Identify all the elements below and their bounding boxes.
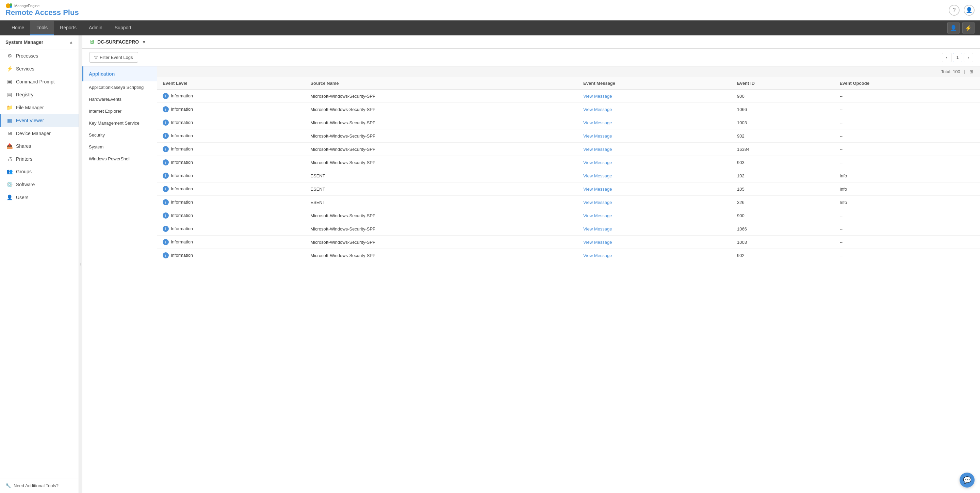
cell-id: 1066 [732,103,834,116]
view-message-link[interactable]: View Message [583,200,612,205]
category-key-management-service[interactable]: Key Management Service [82,117,157,129]
nav-bar: Home Tools Reports Admin Support 👤 ⚡ [0,21,980,35]
table-row: iInformation Microsoft-Windows-Security-… [157,222,980,236]
view-message-link[interactable]: View Message [583,240,612,245]
brand-main: Remote Access Plus [5,8,79,17]
cell-id: 900 [732,209,834,222]
device-dropdown-icon[interactable]: ▼ [142,39,146,45]
content-area: 🖥 DC-SURFACEPRO ▼ ▽ Filter Event Logs ‹ … [82,35,980,493]
nav-tools[interactable]: Tools [30,21,54,35]
sidebar-item-users[interactable]: 👤 Users [0,191,79,204]
event-viewer-area: Application ApplicationKaseya Scripting … [82,66,980,493]
category-kaseya-scripting[interactable]: ApplicationKaseya Scripting [82,81,157,93]
resize-handle[interactable]: ⋮ [79,35,82,493]
view-message-link[interactable]: View Message [583,173,612,179]
sidebar-item-file-manager[interactable]: 📁 File Manager [0,101,79,114]
cell-id: 105 [732,182,834,196]
sidebar-item-software[interactable]: 💿 Software [0,178,79,191]
cell-message: View Message [578,89,732,103]
nav-user-icon-button[interactable]: 👤 [947,22,959,34]
nav-home[interactable]: Home [5,21,30,35]
header-icons: ? 👤 [949,5,975,16]
table-row: iInformation Microsoft-Windows-Security-… [157,143,980,156]
help-button[interactable]: ? [949,5,959,16]
cell-id: 902 [732,249,834,262]
sidebar-label-file-manager: File Manager [16,105,44,110]
category-windows-powershell[interactable]: Windows PowerShell [82,153,157,165]
cell-level: iInformation [157,249,305,262]
filter-btn-label: Filter Event Logs [100,55,133,60]
filter-event-logs-button[interactable]: ▽ Filter Event Logs [89,52,138,63]
cell-level: iInformation [157,209,305,222]
info-badge: i [163,226,169,232]
filter-bar: ▽ Filter Event Logs ‹ 1 › [82,49,980,66]
nav-admin[interactable]: Admin [83,21,108,35]
sidebar-item-services[interactable]: ⚡ Services [0,62,79,75]
monitor-icon: 🖥 [89,39,95,45]
logo-top: ManageEngine [5,3,79,8]
sidebar-item-event-viewer[interactable]: ▦ Event Viewer [0,114,79,127]
cell-source: Microsoft-Windows-Security-SPP [305,89,578,103]
cell-opcode: -- [834,236,980,249]
category-system[interactable]: System [82,141,157,153]
sidebar-item-printers[interactable]: 🖨 Printers [0,153,79,165]
grid-view-icon[interactable]: ⊞ [969,69,973,74]
printers-icon: 🖨 [6,156,13,162]
cell-level: iInformation [157,129,305,143]
category-security[interactable]: Security [82,129,157,141]
cell-opcode: Info [834,196,980,209]
software-icon: 💿 [6,182,13,188]
info-badge: i [163,186,169,192]
cell-opcode: -- [834,129,980,143]
sidebar-footer-additional-tools[interactable]: 🔧 Need Additional Tools? [0,478,79,493]
sidebar-item-device-manager[interactable]: 🖥 Device Manager [0,127,79,140]
view-message-link[interactable]: View Message [583,147,612,152]
cell-source: Microsoft-Windows-Security-SPP [305,209,578,222]
view-message-link[interactable]: View Message [583,253,612,258]
cell-level: iInformation [157,156,305,169]
nav-support[interactable]: Support [108,21,137,35]
cell-source: ESENT [305,196,578,209]
cell-message: View Message [578,129,732,143]
command-prompt-icon: ▣ [6,79,13,85]
sidebar-item-command-prompt[interactable]: ▣ Command Prompt [0,75,79,88]
col-event-opcode: Event Opcode [834,77,980,89]
cell-message: View Message [578,116,732,129]
info-badge: i [163,239,169,245]
sidebar-title: System Manager [5,40,43,45]
view-message-link[interactable]: View Message [583,107,612,112]
cell-source: Microsoft-Windows-Security-SPP [305,129,578,143]
sidebar-item-groups[interactable]: 👥 Groups [0,165,79,178]
sidebar-item-processes[interactable]: ⚙ Processes [0,49,79,62]
view-message-link[interactable]: View Message [583,187,612,192]
chat-button[interactable]: 💬 [959,472,975,488]
user-avatar-button[interactable]: 👤 [964,5,975,16]
nav-reports[interactable]: Reports [54,21,83,35]
view-message-link[interactable]: View Message [583,227,612,231]
view-message-link[interactable]: View Message [583,94,612,99]
cell-level: iInformation [157,169,305,182]
view-message-link[interactable]: View Message [583,213,612,218]
sidebar-label-software: Software [16,182,35,187]
sidebar-item-shares[interactable]: 📤 Shares [0,140,79,153]
category-application-active[interactable]: Application [82,66,157,81]
view-message-link[interactable]: View Message [583,134,612,139]
shares-icon: 📤 [6,143,13,149]
view-message-link[interactable]: View Message [583,160,612,165]
cell-source: ESENT [305,182,578,196]
chevron-up-icon: ▲ [69,40,73,45]
prev-page-button[interactable]: ‹ [942,53,951,62]
category-hardware-events[interactable]: HardwareEvents [82,93,157,105]
sidebar-label-groups: Groups [16,169,32,174]
me-logo-icon [5,3,13,8]
next-page-button[interactable]: › [964,53,973,62]
services-icon: ⚡ [6,66,13,72]
category-internet-explorer[interactable]: Internet Explorer [82,105,157,117]
view-message-link[interactable]: View Message [583,120,612,125]
nav-bolt-icon-button[interactable]: ⚡ [962,22,975,34]
table-row: iInformation Microsoft-Windows-Security-… [157,89,980,103]
info-badge: i [163,160,169,166]
sidebar-label-services: Services [16,66,34,72]
cell-id: 1066 [732,222,834,236]
sidebar-item-registry[interactable]: ▤ Registry [0,88,79,101]
